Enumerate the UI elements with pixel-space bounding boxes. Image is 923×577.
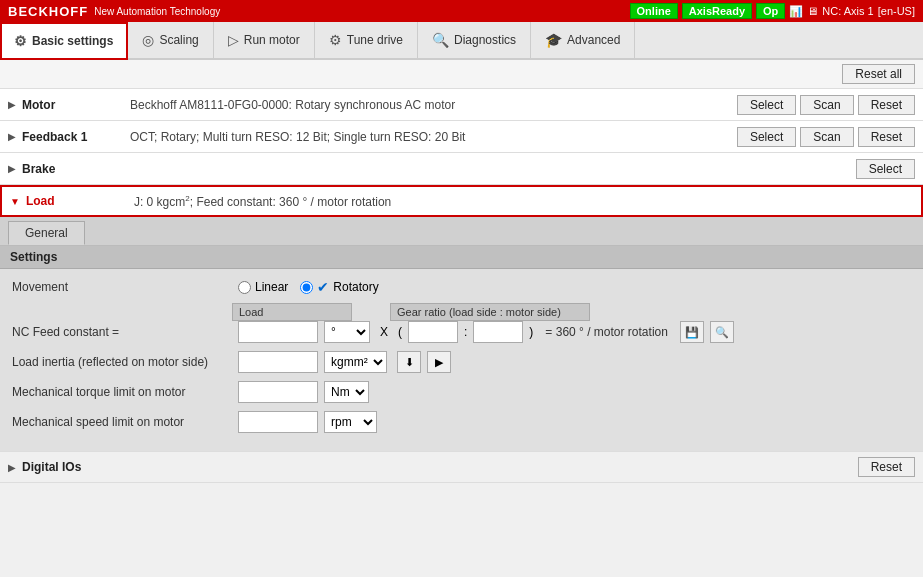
gear-val1-input[interactable]: 1 bbox=[408, 321, 458, 343]
load-inertia-unit-select[interactable]: kgmm² kgcm² bbox=[324, 351, 387, 373]
save-gear-button[interactable]: 💾 bbox=[680, 321, 704, 343]
toolbar: Reset all bbox=[0, 60, 923, 89]
mech-speed-label: Mechanical speed limit on motor bbox=[12, 415, 232, 429]
tab-basic-settings-label: Basic settings bbox=[32, 34, 113, 48]
gear-result: = 360 ° / motor rotation bbox=[545, 325, 668, 339]
movement-radio-group: Linear ✔ Rotatory bbox=[238, 279, 379, 295]
digital-ios-actions: Reset bbox=[858, 457, 915, 477]
mech-torque-unit-select[interactable]: Nm bbox=[324, 381, 369, 403]
scaling-icon: ◎ bbox=[142, 32, 154, 48]
mech-torque-input[interactable]: 6.2159 bbox=[238, 381, 318, 403]
run-motor-icon: ▷ bbox=[228, 32, 239, 48]
feedback1-description: OCT; Rotary; Multi turn RESO: 12 Bit; Si… bbox=[122, 130, 737, 144]
tab-diagnostics-label: Diagnostics bbox=[454, 33, 516, 47]
sub-tab-bar: General bbox=[0, 217, 923, 246]
title-bar-right: Online AxisReady Op 📊 🖥 NC: Axis 1 [en-U… bbox=[630, 3, 915, 19]
rotatory-check-icon: ✔ bbox=[317, 279, 329, 295]
settings-panel: Settings Movement Linear ✔ Rotatory Load… bbox=[0, 246, 923, 451]
settings-header: Settings bbox=[0, 246, 923, 269]
load-section: ▼ Load J: 0 kgcm2; Feed constant: 360 ° … bbox=[0, 185, 923, 217]
digital-ios-section: ▶ Digital IOs Reset bbox=[0, 451, 923, 483]
x-label: X bbox=[380, 325, 388, 339]
zoom-gear-button[interactable]: 🔍 bbox=[710, 321, 734, 343]
mech-speed-row: Mechanical speed limit on motor 10000 rp… bbox=[12, 411, 911, 433]
linear-radio[interactable]: Linear bbox=[238, 280, 288, 294]
digital-ios-label: Digital IOs bbox=[22, 460, 122, 474]
gear-val2-input[interactable]: 1 bbox=[473, 321, 523, 343]
load-inertia-row: Load inertia (reflected on motor side) 6… bbox=[12, 351, 911, 373]
rotatory-radio-input[interactable] bbox=[300, 281, 313, 294]
tune-drive-icon: ⚙ bbox=[329, 32, 342, 48]
motor-reset-button[interactable]: Reset bbox=[858, 95, 915, 115]
brand-logo: BECKHOFF bbox=[8, 4, 88, 19]
brake-section: ▶ Brake Select bbox=[0, 153, 923, 185]
brake-label: Brake bbox=[22, 162, 122, 176]
feedback1-select-button[interactable]: Select bbox=[737, 127, 796, 147]
feedback1-reset-button[interactable]: Reset bbox=[858, 127, 915, 147]
motor-label: Motor bbox=[22, 98, 122, 112]
load-expand-icon[interactable]: ▼ bbox=[10, 196, 20, 207]
basic-settings-icon: ⚙ bbox=[14, 33, 27, 49]
online-badge: Online bbox=[630, 3, 678, 19]
tab-tune-drive[interactable]: ⚙ Tune drive bbox=[315, 22, 418, 58]
digital-ios-reset-button[interactable]: Reset bbox=[858, 457, 915, 477]
arrow-inertia-button[interactable]: ▶ bbox=[427, 351, 451, 373]
tab-diagnostics[interactable]: 🔍 Diagnostics bbox=[418, 22, 531, 58]
motor-select-button[interactable]: Select bbox=[737, 95, 796, 115]
mech-torque-row: Mechanical torque limit on motor 6.2159 … bbox=[12, 381, 911, 403]
tab-scaling-label: Scaling bbox=[159, 33, 198, 47]
feedback1-expand-icon[interactable]: ▶ bbox=[8, 131, 16, 142]
tab-basic-settings[interactable]: ⚙ Basic settings bbox=[0, 22, 128, 60]
brake-expand-icon[interactable]: ▶ bbox=[8, 163, 16, 174]
digital-ios-expand-icon[interactable]: ▶ bbox=[8, 462, 16, 473]
advanced-icon: 🎓 bbox=[545, 32, 562, 48]
mech-speed-unit-select[interactable]: rpm rad/s bbox=[324, 411, 377, 433]
load-inertia-label: Load inertia (reflected on motor side) bbox=[12, 355, 232, 369]
title-bar-left: BECKHOFF New Automation Technology bbox=[8, 4, 220, 19]
nc-feed-unit-select[interactable]: ° mm bbox=[324, 321, 370, 343]
feedback1-label: Feedback 1 bbox=[22, 130, 122, 144]
title-bar: BECKHOFF New Automation Technology Onlin… bbox=[0, 0, 923, 22]
feedback1-actions: Select Scan Reset bbox=[737, 127, 915, 147]
load-label: Load bbox=[26, 194, 126, 208]
sub-tab-general-label: General bbox=[25, 226, 68, 240]
main-tab-bar: ⚙ Basic settings ◎ Scaling ▷ Run motor ⚙… bbox=[0, 22, 923, 60]
brake-select-button[interactable]: Select bbox=[856, 159, 915, 179]
motor-scan-button[interactable]: Scan bbox=[800, 95, 853, 115]
linear-radio-input[interactable] bbox=[238, 281, 251, 294]
monitor-icon: 🖥 bbox=[807, 5, 818, 17]
tab-run-motor-label: Run motor bbox=[244, 33, 300, 47]
op-badge: Op bbox=[756, 3, 785, 19]
motor-actions: Select Scan Reset bbox=[737, 95, 915, 115]
chart-icon: 📊 bbox=[789, 5, 803, 18]
nc-info: NC: Axis 1 bbox=[822, 5, 873, 17]
locale-info: [en-US] bbox=[878, 5, 915, 17]
gear-col-header: Gear ratio (load side : motor side) bbox=[390, 303, 590, 321]
copy-inertia-button[interactable]: ⬇ bbox=[397, 351, 421, 373]
nc-feed-constant-row: NC Feed constant = 360 ° mm X ( 1 : 1 ) … bbox=[12, 321, 911, 343]
load-inertia-input[interactable]: 6000 bbox=[238, 351, 318, 373]
tab-tune-drive-label: Tune drive bbox=[347, 33, 403, 47]
column-headers: Load Gear ratio (load side : motor side) bbox=[12, 303, 911, 321]
rotatory-radio[interactable]: ✔ Rotatory bbox=[300, 279, 378, 295]
feedback1-scan-button[interactable]: Scan bbox=[800, 127, 853, 147]
load-description: J: 0 kgcm2; Feed constant: 360 ° / motor… bbox=[126, 194, 913, 209]
nc-feed-constant-input[interactable]: 360 bbox=[238, 321, 318, 343]
motor-expand-icon[interactable]: ▶ bbox=[8, 99, 16, 110]
reset-all-button[interactable]: Reset all bbox=[842, 64, 915, 84]
mech-speed-input[interactable]: 10000 bbox=[238, 411, 318, 433]
tab-advanced[interactable]: 🎓 Advanced bbox=[531, 22, 635, 58]
movement-row: Movement Linear ✔ Rotatory bbox=[12, 279, 911, 295]
brake-actions: Select bbox=[856, 159, 915, 179]
tab-scaling[interactable]: ◎ Scaling bbox=[128, 22, 213, 58]
tab-run-motor[interactable]: ▷ Run motor bbox=[214, 22, 315, 58]
mech-torque-label: Mechanical torque limit on motor bbox=[12, 385, 232, 399]
tab-advanced-label: Advanced bbox=[567, 33, 620, 47]
diagnostics-icon: 🔍 bbox=[432, 32, 449, 48]
sub-tab-general[interactable]: General bbox=[8, 221, 85, 245]
brand-subtitle: New Automation Technology bbox=[94, 6, 220, 17]
linear-label: Linear bbox=[255, 280, 288, 294]
axisready-badge: AxisReady bbox=[682, 3, 752, 19]
settings-body: Movement Linear ✔ Rotatory Load Gear rat… bbox=[0, 269, 923, 451]
motor-description: Beckhoff AM8111-0FG0-0000: Rotary synchr… bbox=[122, 98, 737, 112]
